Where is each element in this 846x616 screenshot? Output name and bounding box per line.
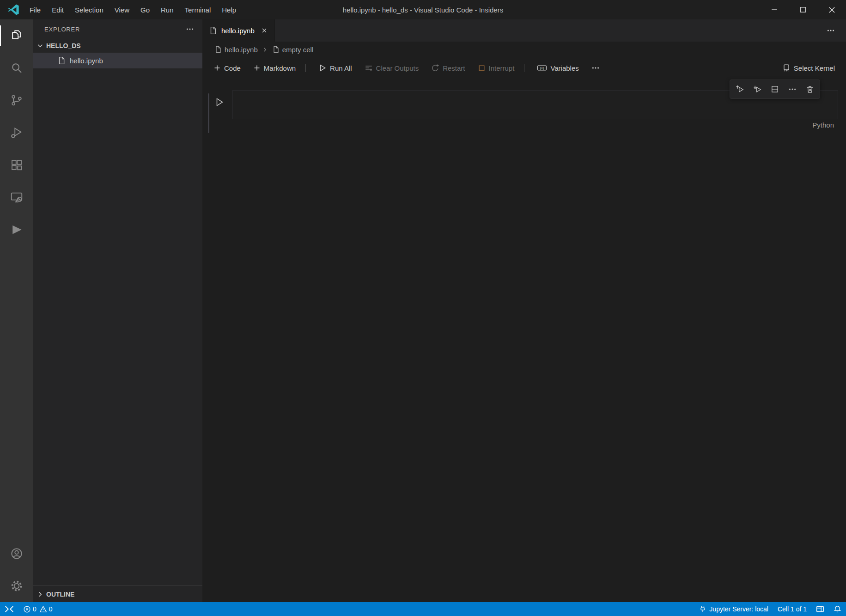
toolbar-more-actions-button[interactable]: [591, 64, 600, 72]
menu-go[interactable]: Go: [135, 0, 155, 19]
extensions-icon: [10, 158, 24, 172]
notebook-file-icon: [57, 56, 66, 65]
menu-help[interactable]: Help: [216, 0, 242, 19]
ellipsis-icon: [186, 25, 194, 33]
maximize-button[interactable]: [789, 0, 817, 19]
vscode-window: File Edit Selection View Go Run Terminal…: [0, 0, 846, 616]
breadcrumb-cell[interactable]: empty cell: [272, 46, 314, 54]
breadcrumb-file[interactable]: hello.ipynb: [214, 46, 258, 54]
variables-label: Variables: [550, 64, 578, 72]
chevron-down-icon: [36, 42, 44, 50]
activity-source-control-button[interactable]: [0, 84, 33, 116]
ellipsis-icon: [788, 85, 797, 93]
activity-remote-explorer-button[interactable]: [0, 181, 33, 213]
jupyter-server-label: Jupyter Server: local: [709, 605, 768, 613]
source-control-icon: [10, 93, 24, 107]
toolbar-separator: [524, 64, 524, 72]
run-cell-icon: [214, 97, 225, 107]
maximize-icon: [800, 6, 806, 13]
minimize-icon: [771, 6, 778, 13]
cell-position-label: Cell 1 of 1: [778, 605, 807, 613]
interrupt-square-icon: [478, 64, 486, 72]
menu-view[interactable]: View: [109, 0, 135, 19]
activity-search-button[interactable]: [0, 52, 33, 84]
run-all-button[interactable]: Run All: [318, 64, 352, 72]
vscode-insiders-logo-icon: [6, 3, 20, 17]
menu-run[interactable]: Run: [155, 0, 179, 19]
explorer-sidebar: EXPLORER HELLO_DS hello.ipynb: [33, 19, 202, 602]
server-connection-icon: [699, 605, 706, 613]
gear-icon: [10, 579, 24, 593]
run-all-icon: [318, 64, 327, 72]
explorer-header: EXPLORER: [33, 19, 202, 39]
cell-more-actions-button[interactable]: [784, 80, 801, 98]
menu-terminal[interactable]: Terminal: [179, 0, 217, 19]
tab-close-button[interactable]: [261, 27, 268, 34]
editor-more-actions-button[interactable]: [827, 19, 846, 42]
notebook-file-icon: [214, 46, 222, 53]
add-code-label: Code: [224, 64, 241, 72]
execute-below-button[interactable]: [749, 80, 766, 98]
activity-accounts-button[interactable]: [0, 537, 33, 570]
menu-file[interactable]: File: [24, 0, 46, 19]
warning-count: 0: [49, 605, 53, 613]
minimize-button[interactable]: [760, 0, 789, 19]
explorer-more-actions-button[interactable]: [186, 25, 194, 33]
plus-icon: [253, 64, 261, 72]
cell-focus-indicator[interactable]: [208, 93, 209, 133]
remote-indicator-button[interactable]: [0, 602, 18, 616]
plus-icon: [213, 64, 221, 72]
delete-cell-button[interactable]: [801, 80, 819, 98]
problems-button[interactable]: 0 0: [18, 602, 57, 616]
tab-hello-ipynb[interactable]: hello.ipynb: [202, 19, 275, 42]
svg-text:(x): (x): [540, 66, 544, 70]
window-title: hello.ipynb - hello_ds - Visual Studio C…: [343, 0, 503, 19]
activity-settings-button[interactable]: [0, 570, 33, 602]
restart-button[interactable]: Restart: [431, 64, 465, 72]
close-icon: [828, 6, 835, 13]
error-count: 0: [33, 605, 37, 613]
run-cell-button[interactable]: [214, 97, 225, 107]
variables-button[interactable]: (x) Variables: [537, 64, 578, 72]
activity-extensions-button[interactable]: [0, 149, 33, 181]
clear-outputs-button[interactable]: Clear Outputs: [365, 64, 419, 72]
file-row-hello-ipynb[interactable]: hello.ipynb: [33, 53, 202, 68]
editor-group: hello.ipynb hello.ipynb: [202, 19, 846, 602]
workspace-folder-header[interactable]: HELLO_DS: [33, 39, 202, 53]
ellipsis-icon: [827, 26, 835, 35]
cell-position-indicator[interactable]: Cell 1 of 1: [773, 602, 811, 616]
cell-language-picker[interactable]: Python: [812, 121, 834, 129]
menu-selection[interactable]: Selection: [69, 0, 109, 19]
add-markdown-cell-button[interactable]: Markdown: [253, 64, 296, 72]
notebook-body: Python: [202, 79, 846, 602]
select-kernel-button[interactable]: Select Kernel: [782, 64, 835, 72]
activity-extra-button[interactable]: [0, 213, 33, 246]
activity-run-debug-button[interactable]: [0, 116, 33, 149]
explorer-title: EXPLORER: [44, 26, 80, 33]
bell-icon: [834, 605, 841, 613]
layout-icon: [816, 605, 824, 613]
outline-section-header[interactable]: OUTLINE: [33, 586, 202, 602]
execute-above-button[interactable]: [731, 80, 749, 98]
menu-edit[interactable]: Edit: [46, 0, 69, 19]
add-code-cell-button[interactable]: Code: [213, 64, 241, 72]
remote-icon: [5, 605, 14, 613]
kernel-icon: [782, 64, 791, 72]
interrupt-button[interactable]: Interrupt: [478, 64, 515, 72]
jupyter-server-button[interactable]: Jupyter Server: local: [694, 602, 773, 616]
activity-bar: [0, 19, 33, 602]
tab-label: hello.ipynb: [221, 27, 255, 35]
run-all-label: Run All: [330, 64, 352, 72]
editor-layout-button[interactable]: [811, 602, 829, 616]
clear-outputs-label: Clear Outputs: [376, 64, 419, 72]
breadcrumb: hello.ipynb empty cell: [202, 42, 846, 57]
variables-icon: (x): [537, 64, 547, 72]
split-cell-icon: [771, 85, 779, 93]
add-markdown-label: Markdown: [264, 64, 296, 72]
notifications-button[interactable]: [829, 602, 846, 616]
close-button[interactable]: [817, 0, 846, 19]
breadcrumb-file-label: hello.ipynb: [225, 46, 258, 54]
activity-explorer-button[interactable]: [0, 19, 33, 52]
split-cell-button[interactable]: [766, 80, 784, 98]
toolbar-separator: [305, 64, 306, 72]
